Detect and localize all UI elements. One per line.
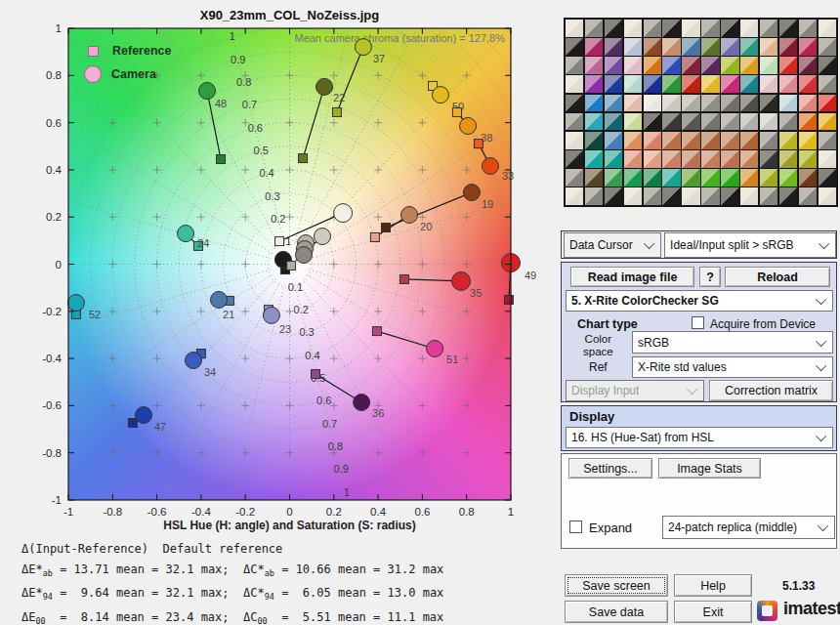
ref-values-select[interactable]: X-Rite std values — [632, 356, 833, 378]
chevron-down-icon — [687, 384, 697, 395]
chart-type-label: Chart type — [577, 317, 638, 331]
stat-label: ΔC* — [243, 562, 265, 576]
stat-text: = 6.05 mean = 13.0 max — [274, 586, 443, 600]
color-patch — [662, 150, 680, 168]
color-patch — [605, 57, 622, 74]
color-patch — [566, 169, 583, 187]
x-tick-label: 0.8 — [459, 506, 475, 518]
color-patch — [721, 38, 738, 56]
expand-checkbox[interactable] — [569, 521, 582, 533]
color-patch — [682, 169, 699, 187]
exit-button[interactable]: Exit — [674, 601, 752, 623]
color-patch — [799, 95, 817, 112]
question-icon: ? — [706, 271, 714, 284]
color-patch — [760, 20, 777, 37]
image-stats-label: Image Stats — [677, 462, 742, 476]
chevron-down-icon — [816, 360, 826, 371]
reference-marker — [504, 295, 513, 304]
color-patch — [662, 75, 680, 93]
reference-marker-icon — [88, 46, 99, 57]
color-patch — [760, 169, 777, 187]
display-mode-select[interactable]: 16. HS (Hue-Sat) from HSL — [566, 427, 833, 448]
stats-row-2: ΔE*94 = 9.64 mean = 32.1 max; ΔC*94 = 6.… — [21, 583, 443, 607]
color-patch — [701, 169, 719, 187]
color-patch — [605, 132, 622, 149]
color-patch — [779, 113, 797, 131]
help-question-button[interactable]: ? — [699, 267, 721, 287]
y-tick-label: 0.4 — [46, 164, 63, 176]
ring-label: 0.4 — [305, 350, 319, 361]
color-patch — [701, 95, 719, 112]
color-patch — [701, 75, 719, 93]
correction-matrix-button[interactable]: Correction matrix — [709, 380, 833, 401]
control-pane: Data Cursor Ideal/Input split > sRGB Rea… — [560, 0, 840, 625]
settings-button[interactable]: Settings... — [568, 458, 652, 479]
reference-marker — [370, 232, 379, 241]
stat-text: = 10.66 mean = 31.2 max — [274, 562, 443, 576]
color-patch — [624, 132, 642, 149]
color-patch — [799, 169, 817, 187]
patch-number-label: 24 — [197, 237, 209, 249]
legend-row-reference: Reference — [84, 39, 171, 62]
color-patch — [682, 150, 699, 168]
patch-number-label: 21 — [223, 309, 234, 320]
view-mode-select[interactable]: Ideal/Input split > sRGB — [664, 232, 836, 258]
color-patch — [624, 20, 642, 37]
y-tick-label: -1 — [52, 494, 62, 506]
color-patch — [740, 150, 758, 168]
color-patch — [585, 188, 603, 205]
color-patch — [605, 75, 622, 93]
y-tick-label: 0.6 — [46, 117, 62, 129]
colorchecker-image[interactable] — [564, 18, 838, 207]
ring-label: 0.2 — [271, 213, 285, 225]
color-patch — [585, 57, 603, 74]
stat-label: ΔC — [243, 610, 257, 624]
color-patch — [585, 113, 603, 131]
replica-select[interactable]: 24-patch replica (middle) — [662, 516, 835, 539]
color-patch — [701, 188, 719, 205]
acquire-from-device-label: Acquire from Device — [710, 317, 816, 331]
stat-label: ΔE — [21, 610, 35, 624]
color-patch — [585, 20, 603, 37]
save-data-button[interactable]: Save data — [565, 601, 668, 623]
patch-number-label: 52 — [89, 309, 101, 320]
data-points: 483722503833192049355136473421232452 — [67, 39, 536, 433]
chart-type-select[interactable]: 5. X-Rite ColorChecker SG — [566, 290, 833, 312]
data-cursor-select[interactable]: Data Cursor — [564, 232, 661, 258]
help-button[interactable]: Help — [674, 574, 752, 597]
color-patch — [779, 132, 797, 149]
color-patch — [819, 95, 836, 112]
color-patch — [605, 188, 622, 205]
camera-marker-icon — [84, 65, 102, 83]
acquire-from-device-checkbox[interactable] — [692, 316, 704, 329]
stats-row-1: ΔE*ab = 13.71 mean = 32.1 max; ΔC*ab = 1… — [21, 560, 443, 584]
save-screen-button[interactable]: Save screen — [565, 574, 668, 597]
y-tick-label: 0.2 — [46, 211, 62, 223]
stat-text: = 9.64 mean = 32.1 max; — [53, 586, 243, 600]
color-space-select[interactable]: sRGB — [632, 331, 833, 354]
camera-marker — [334, 204, 353, 223]
ring-label: 1 — [230, 30, 235, 42]
y-tick-label: -0.2 — [42, 306, 62, 317]
read-image-file-button[interactable]: Read image file — [570, 267, 694, 287]
color-patch — [721, 95, 738, 112]
color-patch — [721, 188, 738, 205]
color-patch — [566, 132, 583, 149]
color-patch — [644, 132, 661, 149]
color-patch — [799, 188, 817, 205]
color-patch — [624, 113, 642, 131]
color-patch — [662, 132, 680, 149]
reference-marker — [287, 261, 296, 270]
color-patch — [662, 188, 680, 205]
color-patch — [644, 38, 661, 56]
version-label: 5.1.33 — [782, 579, 815, 593]
reload-button[interactable]: Reload — [725, 267, 830, 287]
replica-value: 24-patch replica (middle) — [668, 521, 797, 534]
color-patch — [779, 20, 797, 37]
x-tick-label: 1 — [508, 506, 514, 518]
ring-label: 0.9 — [231, 54, 245, 65]
camera-marker — [482, 158, 498, 175]
image-stats-button[interactable]: Image Stats — [658, 458, 761, 479]
chart-type-value: 5. X-Rite ColorChecker SG — [571, 294, 719, 308]
patch-number-label: 51 — [446, 354, 458, 365]
